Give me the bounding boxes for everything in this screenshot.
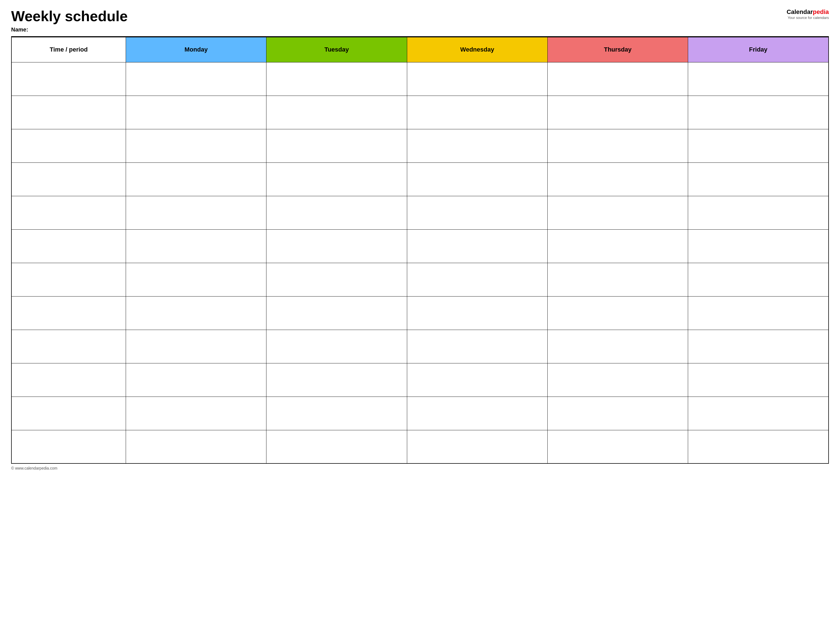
col-header-tuesday: Tuesday [267,37,407,62]
data-cell[interactable] [126,196,266,229]
data-cell[interactable] [11,162,126,196]
data-cell[interactable] [688,129,829,162]
data-cell[interactable] [547,263,688,296]
data-cell[interactable] [126,62,266,96]
data-cell[interactable] [267,62,407,96]
logo-pedia: pedia [813,8,829,15]
col-header-friday: Friday [688,37,829,62]
data-cell[interactable] [267,330,407,363]
data-cell[interactable] [267,96,407,129]
data-cell[interactable] [11,430,126,464]
data-cell[interactable] [688,397,829,430]
data-cell[interactable] [688,363,829,397]
data-cell[interactable] [688,229,829,263]
title-section: Weekly schedule Name: [11,8,128,33]
data-cell[interactable] [688,62,829,96]
logo-calendar: Calendar [786,8,813,15]
data-cell[interactable] [407,296,547,330]
data-cell[interactable] [407,196,547,229]
table-row [11,229,829,263]
data-cell[interactable] [126,229,266,263]
data-cell[interactable] [11,263,126,296]
data-cell[interactable] [11,330,126,363]
table-row [11,129,829,162]
data-cell[interactable] [688,330,829,363]
data-cell[interactable] [407,263,547,296]
data-cell[interactable] [126,430,266,464]
data-cell[interactable] [547,196,688,229]
table-row [11,162,829,196]
data-cell[interactable] [11,129,126,162]
data-cell[interactable] [407,363,547,397]
data-cell[interactable] [407,430,547,464]
logo-section: Calendarpedia Your source for calendars [786,8,829,20]
data-cell[interactable] [267,263,407,296]
data-cell[interactable] [688,296,829,330]
data-cell[interactable] [688,430,829,464]
schedule-table: Time / period Monday Tuesday Wednesday T… [11,37,829,464]
data-cell[interactable] [126,363,266,397]
data-cell[interactable] [126,162,266,196]
data-cell[interactable] [547,330,688,363]
data-cell[interactable] [407,62,547,96]
data-cell[interactable] [688,263,829,296]
copyright-text: © www.calendarpedia.com [11,466,57,470]
table-row [11,430,829,464]
data-cell[interactable] [407,162,547,196]
data-cell[interactable] [547,296,688,330]
data-cell[interactable] [126,96,266,129]
data-cell[interactable] [688,196,829,229]
data-cell[interactable] [547,430,688,464]
data-cell[interactable] [407,96,547,129]
data-cell[interactable] [267,397,407,430]
data-cell[interactable] [11,96,126,129]
logo-tagline: Your source for calendars [788,16,829,20]
data-cell[interactable] [407,330,547,363]
data-cell[interactable] [126,263,266,296]
data-cell[interactable] [126,397,266,430]
data-cell[interactable] [547,62,688,96]
col-header-time: Time / period [11,37,126,62]
footer: © www.calendarpedia.com [11,466,829,470]
data-cell[interactable] [11,229,126,263]
data-cell[interactable] [267,430,407,464]
data-cell[interactable] [267,296,407,330]
data-cell[interactable] [407,397,547,430]
table-row [11,296,829,330]
data-cell[interactable] [11,196,126,229]
data-cell[interactable] [267,162,407,196]
data-cell[interactable] [547,162,688,196]
data-cell[interactable] [11,397,126,430]
data-cell[interactable] [126,129,266,162]
data-cell[interactable] [547,96,688,129]
col-header-thursday: Thursday [547,37,688,62]
data-cell[interactable] [688,162,829,196]
table-row [11,196,829,229]
data-cell[interactable] [547,363,688,397]
data-cell[interactable] [126,296,266,330]
data-cell[interactable] [267,229,407,263]
data-cell[interactable] [267,363,407,397]
schedule-body [11,62,829,464]
col-header-monday: Monday [126,37,266,62]
data-cell[interactable] [11,62,126,96]
data-cell[interactable] [688,96,829,129]
table-row [11,263,829,296]
data-cell[interactable] [11,363,126,397]
table-header-row: Time / period Monday Tuesday Wednesday T… [11,37,829,62]
table-row [11,330,829,363]
data-cell[interactable] [11,296,126,330]
data-cell[interactable] [126,330,266,363]
logo: Calendarpedia [786,8,829,16]
page-title: Weekly schedule [11,8,128,24]
table-row [11,363,829,397]
data-cell[interactable] [407,229,547,263]
table-row [11,397,829,430]
data-cell[interactable] [547,397,688,430]
table-row [11,96,829,129]
data-cell[interactable] [267,129,407,162]
data-cell[interactable] [547,129,688,162]
data-cell[interactable] [547,229,688,263]
data-cell[interactable] [407,129,547,162]
data-cell[interactable] [267,196,407,229]
